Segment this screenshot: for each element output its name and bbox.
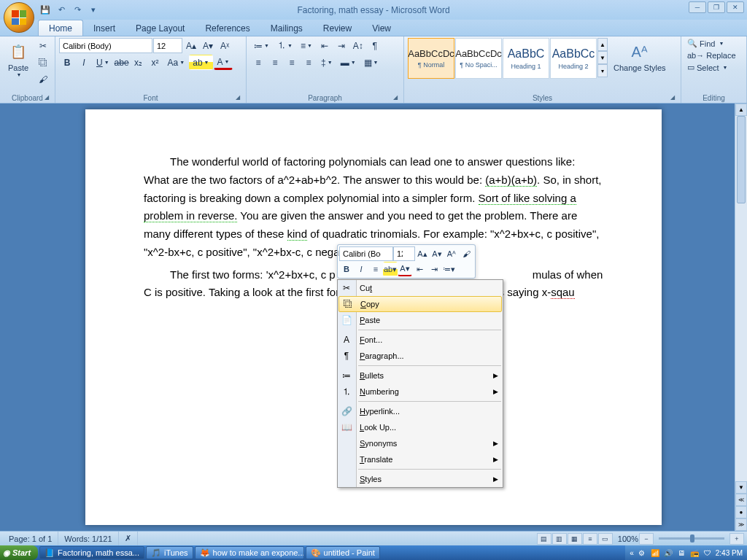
gallery-up[interactable]: ▲ (597, 38, 608, 51)
mini-highlight[interactable]: ab▾ (383, 262, 398, 276)
show-marks-button[interactable]: ¶ (367, 38, 383, 53)
styles-launcher[interactable]: ◢ (667, 93, 677, 102)
highlight-button[interactable]: ab▼ (189, 55, 212, 70)
tray-icon[interactable]: 📻 (689, 548, 700, 558)
find-button[interactable]: 🔍 Find ▼ (685, 38, 738, 49)
bold-button[interactable]: B (59, 55, 75, 70)
minimize-button[interactable]: ─ (689, 1, 706, 13)
tray-icon[interactable]: ⚙ (637, 548, 647, 558)
context-copy[interactable]: ⿻Copy (338, 296, 502, 312)
zoom-out-button[interactable]: − (639, 533, 654, 545)
paragraph-launcher[interactable]: ◢ (390, 93, 400, 102)
prev-page-button[interactable]: ≪ (735, 494, 747, 506)
context-font[interactable]: AFont... (338, 332, 503, 348)
vertical-scrollbar[interactable]: ▲ ▼ ≪ ● ≫ (735, 104, 747, 531)
style-normal[interactable]: AaBbCcDc¶ Normal (408, 38, 454, 79)
select-button[interactable]: ▭ Select ▼ (685, 62, 738, 73)
tray-volume-icon[interactable]: 🔊 (663, 548, 673, 558)
superscript-button[interactable]: x² (147, 55, 163, 70)
mini-grow-font[interactable]: A▴ (415, 246, 430, 261)
web-layout-view[interactable]: ▦ (568, 533, 582, 545)
mini-italic[interactable]: I (354, 262, 368, 276)
proofing-icon[interactable]: ✗ (119, 532, 138, 545)
mini-format-painter[interactable]: 🖌 (459, 246, 473, 261)
shading-button[interactable]: ▬▼ (337, 55, 360, 70)
context-cut[interactable]: ✂Cut (338, 280, 503, 296)
gallery-down[interactable]: ▼ (597, 51, 608, 64)
subscript-button[interactable]: x₂ (131, 55, 147, 70)
tab-page-layout[interactable]: Page Layout (125, 20, 195, 36)
underline-button[interactable]: U▼ (93, 55, 113, 70)
restore-button[interactable]: ❐ (708, 1, 725, 13)
font-size-combo[interactable] (153, 38, 182, 53)
tab-review[interactable]: Review (313, 20, 362, 36)
align-left-button[interactable]: ≡ (250, 55, 266, 70)
page-indicator[interactable]: Page: 1 of 1 (3, 532, 58, 545)
scroll-up-button[interactable]: ▲ (735, 104, 747, 116)
taskbar-item-word[interactable]: 📘Factoring, math essa... (39, 546, 144, 559)
style-no-spacing[interactable]: AaBbCcDc¶ No Spaci... (455, 38, 502, 79)
multilevel-button[interactable]: ≡▼ (297, 38, 316, 53)
taskbar-item-itunes[interactable]: 🎵iTunes (146, 546, 193, 559)
format-painter-button[interactable]: 🖌 (35, 71, 51, 87)
scroll-thumb[interactable] (737, 116, 746, 203)
align-center-button[interactable]: ≡ (267, 55, 283, 70)
office-button[interactable] (4, 2, 34, 33)
style-heading-1[interactable]: AaBbCHeading 1 (503, 38, 549, 79)
tab-mailings[interactable]: Mailings (260, 20, 313, 36)
tab-references[interactable]: References (195, 20, 260, 36)
context-numbering[interactable]: ⒈Numbering▶ (338, 384, 503, 400)
gallery-more[interactable]: ▾ (597, 64, 608, 77)
justify-button[interactable]: ≡ (301, 55, 317, 70)
browse-object-button[interactable]: ● (735, 506, 747, 518)
context-paste[interactable]: 📄Paste (338, 312, 503, 328)
numbering-button[interactable]: ⒈▼ (274, 38, 296, 53)
context-translate[interactable]: Translate▶ (338, 451, 503, 467)
mini-styles[interactable]: Aᴬ (444, 246, 459, 261)
tray-network-icon[interactable]: 📶 (650, 548, 660, 558)
tray-icon[interactable]: 🖥 (676, 548, 686, 558)
qat-customize[interactable]: ▾ (86, 3, 101, 18)
mini-bullets[interactable]: ≔▾ (441, 262, 456, 276)
decrease-indent-button[interactable]: ⇤ (317, 38, 333, 53)
tab-view[interactable]: View (362, 20, 401, 36)
tray-icon[interactable]: 🛡 (703, 548, 713, 558)
clipboard-launcher[interactable]: ◢ (42, 93, 51, 102)
outline-view[interactable]: ≡ (583, 533, 597, 545)
save-button[interactable]: 💾 (38, 3, 53, 18)
zoom-in-button[interactable]: + (729, 533, 744, 545)
start-button[interactable]: ◉ Start (0, 545, 38, 560)
font-launcher[interactable]: ◢ (233, 93, 242, 102)
sort-button[interactable]: A↕ (350, 38, 366, 53)
word-count[interactable]: Words: 1/121 (58, 532, 118, 545)
context-paragraph[interactable]: ¶Paragraph... (338, 348, 503, 364)
italic-button[interactable]: I (76, 55, 92, 70)
undo-button[interactable]: ↶ (54, 3, 69, 18)
mini-center[interactable]: ≡ (368, 262, 383, 276)
line-spacing-button[interactable]: ‡▼ (317, 55, 336, 70)
mini-font-combo[interactable] (339, 246, 393, 261)
context-styles[interactable]: Styles▶ (338, 471, 503, 487)
replace-button[interactable]: ab→ Replace (685, 50, 738, 61)
context-hyperlink[interactable]: 🔗Hyperlink... (338, 403, 503, 419)
mini-inc-indent[interactable]: ⇥ (427, 262, 441, 276)
style-heading-2[interactable]: AaBbCcHeading 2 (550, 38, 597, 79)
context-lookup[interactable]: 📖Look Up... (338, 419, 503, 435)
mini-size-combo[interactable] (393, 246, 415, 261)
align-right-button[interactable]: ≡ (284, 55, 300, 70)
scroll-down-button[interactable]: ▼ (735, 481, 747, 494)
print-layout-view[interactable]: ▤ (537, 533, 551, 545)
close-button[interactable]: ✕ (727, 1, 744, 13)
font-family-combo[interactable] (59, 38, 152, 53)
context-bullets[interactable]: ≔Bullets▶ (338, 368, 503, 384)
change-case-button[interactable]: Aa▼ (164, 55, 189, 70)
copy-button[interactable]: ⿻ (35, 55, 51, 70)
mini-font-color[interactable]: A▾ (398, 262, 412, 276)
context-synonyms[interactable]: Synonyms▶ (338, 435, 503, 451)
grow-font-button[interactable]: A▴ (183, 38, 199, 53)
mini-shrink-font[interactable]: A▾ (430, 246, 444, 261)
tab-insert[interactable]: Insert (83, 20, 125, 36)
borders-button[interactable]: ▦▼ (360, 55, 382, 70)
taskbar-item-firefox[interactable]: 🦊how to make an expone... (195, 546, 304, 559)
mini-bold[interactable]: B (339, 262, 354, 276)
